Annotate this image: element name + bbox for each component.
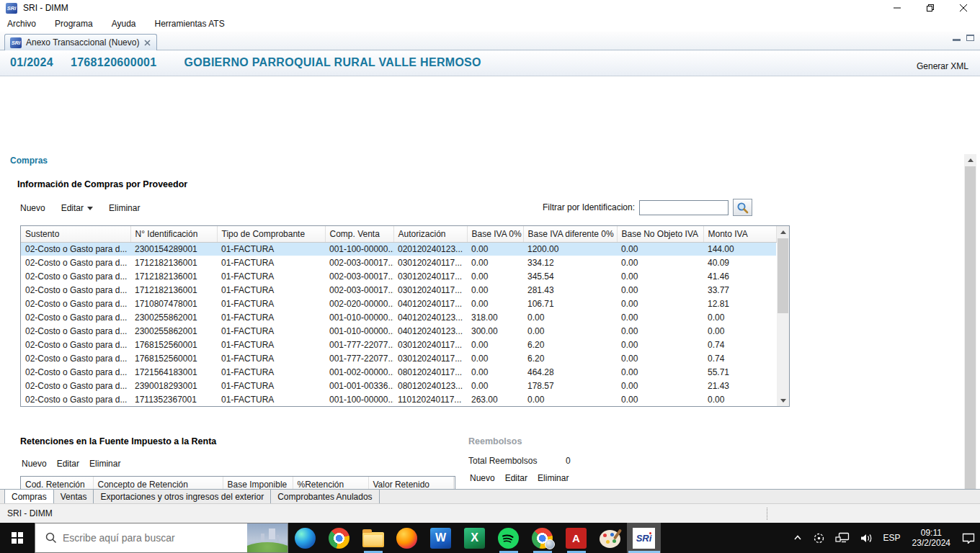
table-cell: 33.77 — [703, 283, 776, 297]
column-header[interactable]: Base IVA 0% — [467, 226, 523, 242]
scroll-down-icon[interactable] — [777, 395, 789, 406]
reembolsos-editar-button[interactable]: Editar — [505, 473, 527, 483]
table-cell: 001-010-00000... — [325, 310, 393, 324]
table-cell: 0.00 — [703, 392, 776, 406]
editar-dropdown-icon[interactable] — [87, 207, 93, 210]
taskbar-chrome-profile[interactable] — [525, 523, 559, 553]
restore-button[interactable] — [914, 0, 947, 16]
table-cell: 0.00 — [523, 324, 617, 338]
compras-table-scrollbar[interactable] — [777, 226, 789, 406]
firefox-icon — [396, 528, 417, 549]
table-cell: 040120240117... — [393, 297, 467, 310]
menu-archivo[interactable]: Archivo — [7, 19, 36, 29]
table-row[interactable]: 02-Costo o Gasto para d...23002558620010… — [21, 324, 776, 338]
table-row[interactable]: 02-Costo o Gasto para d...17108074780010… — [21, 297, 776, 310]
table-cell: 6.20 — [523, 351, 617, 365]
total-reembolsos-label: Total Reembolsos — [468, 456, 537, 466]
tab-compras[interactable]: Compras — [4, 490, 54, 504]
column-header[interactable]: Monto IVA — [703, 226, 776, 242]
taskbar-excel[interactable]: X — [458, 523, 491, 553]
close-button[interactable] — [947, 0, 980, 16]
taskbar-spotify[interactable] — [491, 523, 525, 553]
reembolsos-eliminar-button[interactable]: Eliminar — [538, 473, 569, 483]
table-cell: 2390018293001 — [130, 379, 217, 392]
taskbar-word[interactable]: W — [424, 523, 458, 553]
scrollbar-thumb[interactable] — [778, 238, 788, 313]
table-cell: 002-003-00017... — [325, 283, 393, 297]
table-cell: 41.46 — [703, 269, 776, 283]
menu-programa[interactable]: Programa — [55, 19, 93, 29]
table-row[interactable]: 02-Costo o Gasto para d...17681525600010… — [21, 338, 776, 351]
scroll-up-icon[interactable] — [964, 154, 976, 166]
table-row[interactable]: 02-Costo o Gasto para d...17681525600010… — [21, 351, 776, 365]
table-row[interactable]: 02-Costo o Gasto para d...23900182930010… — [21, 379, 776, 392]
retenciones-eliminar-button[interactable]: Eliminar — [89, 459, 120, 469]
table-cell: 02-Costo o Gasto para d... — [21, 310, 130, 324]
table-cell: 345.54 — [523, 269, 617, 283]
table-cell: 080120240117... — [393, 365, 467, 379]
table-cell: 6.20 — [523, 338, 617, 351]
compras-eliminar-button[interactable]: Eliminar — [109, 203, 140, 213]
tab-comprobantes-anulados[interactable]: Comprobantes Anulados — [271, 490, 379, 504]
tab-exportaciones[interactable]: Exportaciones y otros ingresos del exter… — [94, 490, 271, 504]
search-input[interactable] — [63, 532, 247, 544]
column-header[interactable]: Tipo de Comprobante — [217, 226, 325, 242]
tray-update-icon[interactable] — [808, 523, 830, 553]
column-header[interactable]: Base No Objeto IVA — [617, 226, 703, 242]
taskbar-sri-dimm[interactable]: SRi — [627, 523, 661, 553]
table-row[interactable]: 02-Costo o Gasto para d...17121821360010… — [21, 269, 776, 283]
scroll-up-icon[interactable] — [777, 226, 789, 238]
menu-herramientas-ats[interactable]: Herramientas ATS — [155, 19, 225, 29]
table-cell: 0.00 — [617, 242, 703, 256]
table-cell: 0.00 — [703, 310, 776, 324]
reembolsos-nuevo-button[interactable]: Nuevo — [470, 473, 495, 483]
notification-center-icon[interactable] — [957, 523, 980, 553]
tab-anexo-transaccional[interactable]: SRi Anexo Transaccional (Nuevo) — [4, 34, 157, 50]
table-row[interactable]: 02-Costo o Gasto para d...23002558620010… — [21, 310, 776, 324]
filter-input[interactable] — [639, 200, 729, 215]
table-cell: 01-FACTURA — [217, 392, 325, 406]
minimize-button[interactable] — [881, 0, 914, 16]
table-row[interactable]: 02-Costo o Gasto para d...17113523670010… — [21, 392, 776, 406]
tab-close-icon[interactable] — [143, 39, 151, 47]
table-row[interactable]: 02-Costo o Gasto para d...17121821360010… — [21, 283, 776, 297]
status-text: SRI - DIMM — [7, 504, 53, 523]
tray-volume-icon[interactable] — [855, 523, 878, 553]
tray-chevron-up-icon[interactable] — [788, 523, 808, 553]
column-header[interactable]: Sustento — [21, 226, 130, 242]
filter-search-button[interactable] — [733, 199, 752, 216]
view-maximize-icon[interactable] — [966, 35, 974, 41]
taskbar-search[interactable] — [35, 523, 288, 553]
column-header[interactable]: N° Identificación — [130, 226, 217, 242]
taskbar-acrobat[interactable]: A — [559, 523, 593, 553]
column-header[interactable]: Comp. Venta — [325, 226, 393, 242]
view-minimize-icon[interactable] — [953, 35, 961, 41]
generar-xml-button[interactable]: Generar XML — [917, 61, 968, 71]
retenciones-nuevo-button[interactable]: Nuevo — [22, 459, 47, 469]
table-row[interactable]: 02-Costo o Gasto para d...17121821360010… — [21, 256, 776, 269]
table-cell: 0.74 — [703, 338, 776, 351]
taskbar-file-explorer[interactable] — [356, 523, 390, 553]
retenciones-editar-button[interactable]: Editar — [57, 459, 79, 469]
table-row[interactable]: 02-Costo o Gasto para d...23001542890010… — [21, 242, 776, 256]
taskbar-edge[interactable] — [288, 523, 322, 553]
app-window: SRi SRI - DIMM Archivo Programa Ayuda He… — [0, 0, 980, 553]
compras-table: SustentoN° IdentificaciónTipo de Comprob… — [20, 225, 790, 407]
compras-editar-button[interactable]: Editar — [61, 203, 93, 213]
compras-section-link[interactable]: Compras — [10, 156, 48, 166]
table-cell: 0.00 — [617, 256, 703, 269]
compras-nuevo-button[interactable]: Nuevo — [20, 203, 45, 213]
taskbar-clock[interactable]: 09:11 23/2/2024 — [906, 528, 957, 548]
taskbar-paint[interactable] — [593, 523, 627, 553]
table-row[interactable]: 02-Costo o Gasto para d...17215641830010… — [21, 365, 776, 379]
column-header[interactable]: Autorización — [393, 226, 467, 242]
column-header[interactable]: Base IVA diferente 0% — [523, 226, 617, 242]
tab-ventas[interactable]: Ventas — [54, 490, 94, 504]
language-indicator[interactable]: ESP — [878, 523, 906, 553]
taskbar-chrome[interactable] — [322, 523, 356, 553]
start-button[interactable] — [0, 523, 35, 553]
tray-network-icon[interactable] — [830, 523, 855, 553]
search-highlight-image[interactable] — [247, 523, 288, 552]
menu-ayuda[interactable]: Ayuda — [112, 19, 136, 29]
taskbar-firefox[interactable] — [390, 523, 424, 553]
